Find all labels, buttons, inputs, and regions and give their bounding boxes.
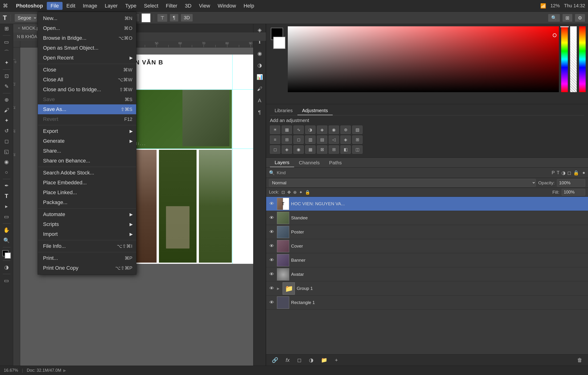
- layer-row-rectangle1[interactable]: 👁 Rectangle 1: [266, 296, 588, 310]
- menu-generate[interactable]: Generate ▶: [38, 136, 136, 146]
- menu-close[interactable]: Close ⌘W: [38, 65, 136, 75]
- new-group-btn[interactable]: 📁: [319, 356, 329, 364]
- adj3-5[interactable]: ⊠: [317, 145, 327, 154]
- search-btn[interactable]: 🔍: [548, 14, 560, 22]
- filter-icon-adj2[interactable]: ◑: [561, 170, 566, 176]
- menu-item-image[interactable]: Image: [79, 2, 101, 10]
- layer-visibility-banner[interactable]: 👁: [269, 257, 275, 264]
- menu-item-3d[interactable]: 3D: [181, 2, 195, 10]
- delete-layer-btn[interactable]: 🗑: [575, 356, 584, 364]
- adj3-2[interactable]: ◈: [282, 145, 292, 154]
- threshold-adj[interactable]: ▤: [317, 135, 327, 144]
- healing-brush-tool[interactable]: ⊕: [2, 95, 11, 105]
- menu-place-linked[interactable]: Place Linked...: [38, 188, 136, 198]
- adj3-4[interactable]: ▦: [305, 145, 315, 154]
- channels-tab[interactable]: Channels: [294, 158, 325, 167]
- menu-item-select[interactable]: Select: [140, 2, 162, 10]
- opacity-input[interactable]: [557, 179, 585, 187]
- adj3-6[interactable]: ⊞: [329, 145, 339, 154]
- expand-arrow[interactable]: ▶: [63, 368, 66, 373]
- add-mask-btn[interactable]: ◻: [295, 356, 303, 364]
- layer-row-poster[interactable]: 👁 Poster: [266, 225, 588, 239]
- lock-image-icon[interactable]: ✥: [287, 190, 291, 195]
- layer-visibility-cover[interactable]: 👁: [269, 243, 275, 250]
- menu-item-file[interactable]: File: [47, 2, 63, 10]
- filter-icon-px[interactable]: P: [552, 170, 555, 175]
- menu-share-behance[interactable]: Share on Behance...: [38, 156, 136, 166]
- eyedropper-tool[interactable]: ✎: [2, 82, 11, 91]
- arrange-btn[interactable]: ⊞: [562, 14, 572, 22]
- eraser-tool[interactable]: ◻: [2, 137, 11, 146]
- toggle-3d-btn[interactable]: 3D: [181, 14, 193, 22]
- color-balance-adj[interactable]: ⊕: [340, 125, 351, 134]
- curves-adj[interactable]: ∿: [294, 125, 304, 134]
- zoom-tool[interactable]: 🔍: [2, 236, 11, 245]
- foreground-background-color[interactable]: [2, 250, 11, 259]
- lock-all-icon[interactable]: 🔒: [305, 190, 310, 195]
- vibrance-adj[interactable]: ◈: [317, 125, 327, 134]
- filter-toggle[interactable]: ●: [582, 170, 585, 175]
- menu-import[interactable]: Import ▶: [38, 229, 136, 239]
- layers-tab[interactable]: Layers: [270, 158, 294, 167]
- paths-tab[interactable]: Paths: [325, 158, 346, 167]
- fill-input[interactable]: [562, 189, 585, 196]
- menu-open[interactable]: Open... ⌘O: [38, 23, 136, 33]
- layer-row-hoc-vien[interactable]: 👁 T HOC VIEN: NGUYEN VA...: [266, 197, 588, 211]
- lock-position-icon[interactable]: ✦: [299, 190, 303, 195]
- menu-place-embedded[interactable]: Place Embedded...: [38, 178, 136, 188]
- new-layer-btn[interactable]: +: [333, 356, 340, 364]
- adj-icon[interactable]: ◑: [255, 61, 264, 70]
- text-tool-icon[interactable]: T: [3, 14, 7, 22]
- dodge-tool[interactable]: ○: [2, 168, 11, 177]
- layer-collapse-group1[interactable]: ▶: [277, 287, 281, 290]
- tab-close-btn[interactable]: ×: [18, 26, 20, 30]
- crop-tool[interactable]: ⊡: [2, 72, 11, 81]
- layer-visibility-avatar[interactable]: 👁: [269, 271, 275, 278]
- clone-stamp-tool[interactable]: ✦: [2, 116, 11, 125]
- layer-visibility-standee[interactable]: 👁: [269, 215, 275, 221]
- lock-artboard-icon[interactable]: ⊕: [293, 190, 297, 195]
- text-color-swatch[interactable]: [142, 13, 150, 22]
- warp-text-btn[interactable]: ⊤: [157, 14, 168, 22]
- menu-search-adobe-stock[interactable]: Search Adobe Stock...: [38, 168, 136, 178]
- lock-transparent-icon[interactable]: ⊡: [281, 190, 285, 195]
- adj3-7[interactable]: ◧: [340, 145, 351, 154]
- menu-close-go-bridge[interactable]: Close and Go to Bridge... ⇧⌘W: [38, 85, 136, 94]
- shape-tool[interactable]: ▭: [2, 212, 11, 221]
- photo-filter-adj[interactable]: ▧: [352, 125, 363, 134]
- table-adj[interactable]: ⊞: [352, 135, 363, 144]
- menu-new[interactable]: New... ⌘N: [38, 13, 136, 23]
- filter-icon-layer[interactable]: ◻: [567, 170, 571, 176]
- background-color[interactable]: [5, 252, 11, 259]
- hue-slider[interactable]: [561, 26, 568, 92]
- invert-adj[interactable]: ◻: [294, 135, 304, 144]
- menu-item-help[interactable]: Help: [240, 2, 258, 10]
- hist-icon[interactable]: 📊: [255, 73, 264, 82]
- menu-item-layer[interactable]: Layer: [101, 2, 121, 10]
- filter-icon-t[interactable]: T: [557, 170, 559, 175]
- layer-row-avatar[interactable]: 👁 Avatar: [266, 267, 588, 281]
- character-panel-btn[interactable]: ¶: [170, 14, 178, 22]
- menu-print-one-copy[interactable]: Print One Copy ⌥⇧⌘P: [38, 263, 136, 273]
- channel-mixer-adj[interactable]: ≡: [270, 135, 280, 144]
- adj3-3[interactable]: ◉: [294, 145, 304, 154]
- menu-browse-bridge[interactable]: Browse in Bridge... ⌥⌘O: [38, 33, 136, 43]
- menu-open-smart-object[interactable]: Open as Smart Object...: [38, 43, 136, 53]
- menu-item-photoshop[interactable]: Photoshop: [12, 2, 47, 10]
- lasso-tool[interactable]: ⌒: [2, 48, 11, 57]
- marquee-tool[interactable]: ▭: [2, 37, 11, 47]
- layer-fx-btn[interactable]: fx: [284, 356, 292, 364]
- styles-icon[interactable]: ◉: [255, 49, 264, 58]
- color-lookup-adj[interactable]: ⊞: [282, 135, 292, 144]
- brush-icon2[interactable]: 🖌: [255, 84, 264, 94]
- layer-row-group1[interactable]: 👁 ▶ 📁 Group 1: [266, 281, 588, 296]
- options-btn[interactable]: ⚙: [575, 14, 585, 22]
- hand-tool[interactable]: ✋: [2, 226, 11, 235]
- layer-visibility-hoc-vien[interactable]: 👁: [269, 200, 275, 207]
- layer-visibility-group1[interactable]: 👁: [269, 285, 275, 292]
- menu-file-info[interactable]: File Info... ⌥⇧⌘I: [38, 241, 136, 251]
- menu-item-type[interactable]: Type: [121, 2, 140, 10]
- adjustments-tab[interactable]: Adjustments: [297, 106, 333, 115]
- menu-open-recent[interactable]: Open Recent ▶: [38, 53, 136, 63]
- levels-adj[interactable]: ▦: [282, 125, 292, 134]
